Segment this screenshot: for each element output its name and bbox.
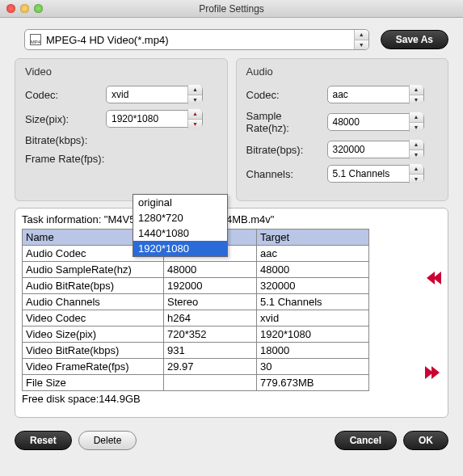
- audio-channels-select[interactable]: 5.1 Channels ▲▼: [327, 165, 424, 183]
- audio-channels-label: Channels:: [246, 168, 327, 180]
- size-option-1440x1080[interactable]: 1440*1080: [133, 225, 227, 241]
- video-panel: Video Codec: xvid ▲▼ Size(pix): 1920*108…: [15, 58, 228, 201]
- size-option-1280x720[interactable]: 1280*720: [133, 210, 227, 225]
- audio-panel: Audio Codec: aac ▲▼ Sample Rate(hz): 480…: [236, 58, 449, 201]
- window-title: Profile Settings: [0, 3, 463, 15]
- audio-samplerate-label: Sample Rate(hz):: [246, 110, 327, 134]
- table-row: Audio ChannelsStereo5.1 Channels: [23, 294, 369, 310]
- video-bitrate-label: Bitrate(kbps):: [25, 134, 106, 146]
- video-size-label: Size(pix):: [25, 113, 106, 125]
- table-row: Audio BitRate(bps)192000320000: [23, 278, 369, 294]
- reset-button[interactable]: Reset: [15, 431, 72, 450]
- audio-bitrate-select[interactable]: 320000 ▲▼: [327, 141, 424, 158]
- ok-button[interactable]: OK: [403, 431, 448, 450]
- video-size-select[interactable]: 1920*1080 ▲▼: [106, 110, 203, 128]
- delete-button[interactable]: Delete: [78, 431, 137, 450]
- profile-select[interactable]: MP4 MPEG-4 HD Video(*.mp4) ▲▼: [24, 29, 369, 50]
- size-option-original[interactable]: original: [133, 195, 227, 210]
- stepper-icon[interactable]: ▲▼: [409, 164, 423, 183]
- task-info-panel: Task information: "M4V5 AVC AAC AC-3 53.…: [15, 208, 448, 418]
- stepper-icon[interactable]: ▲▼: [409, 140, 423, 159]
- free-disk-space: Free disk space:144.9GB: [22, 393, 441, 405]
- table-row: Video FrameRate(fps)29.9730: [23, 359, 369, 375]
- table-row: Video BitRate(kbps)93118000: [23, 343, 369, 359]
- move-down-button[interactable]: [427, 366, 440, 379]
- col-target: Target: [257, 230, 369, 246]
- stepper-icon[interactable]: ▲▼: [187, 109, 202, 128]
- stepper-icon[interactable]: ▲▼: [409, 85, 423, 104]
- table-row: File Size779.673MB: [23, 375, 369, 391]
- audio-samplerate-select[interactable]: 48000 ▲▼: [327, 113, 424, 131]
- video-panel-title: Video: [25, 65, 217, 78]
- size-option-1920x1080[interactable]: 1920*1080: [133, 241, 227, 256]
- task-info-header: Task information: "M4V5 AVC AAC AC-3 53.…: [22, 213, 441, 225]
- chevron-left-icon: [433, 272, 441, 284]
- profile-select-value: MPEG-4 HD Video(*.mp4): [46, 34, 354, 46]
- audio-codec-label: Codec:: [246, 89, 327, 101]
- table-row: Video Size(pix)720*3521920*1080: [23, 326, 369, 343]
- video-codec-label: Codec:: [25, 89, 106, 101]
- audio-bitrate-label: Bitrate(bps):: [246, 144, 327, 156]
- mp4-file-icon: MP4: [30, 34, 41, 45]
- audio-panel-title: Audio: [246, 65, 439, 78]
- video-size-dropdown[interactable]: original 1280*720 1440*1080 1920*1080: [133, 194, 228, 257]
- video-codec-select[interactable]: xvid ▲▼: [106, 86, 203, 103]
- table-row: Audio SampleRate(hz)4800048000: [23, 262, 369, 278]
- chevron-right-icon: [431, 366, 440, 379]
- table-row: Video Codech264xvid: [23, 310, 369, 326]
- stepper-icon[interactable]: ▲▼: [409, 112, 423, 132]
- save-as-button[interactable]: Save As: [381, 30, 448, 49]
- video-framerate-label: Frame Rate(fps):: [25, 153, 106, 165]
- stepper-icon[interactable]: ▲▼: [354, 30, 368, 49]
- cancel-button[interactable]: Cancel: [335, 431, 397, 450]
- stepper-icon[interactable]: ▲▼: [187, 85, 202, 104]
- titlebar: Profile Settings: [0, 0, 463, 18]
- move-up-button[interactable]: [427, 272, 440, 284]
- audio-codec-select[interactable]: aac ▲▼: [327, 86, 424, 103]
